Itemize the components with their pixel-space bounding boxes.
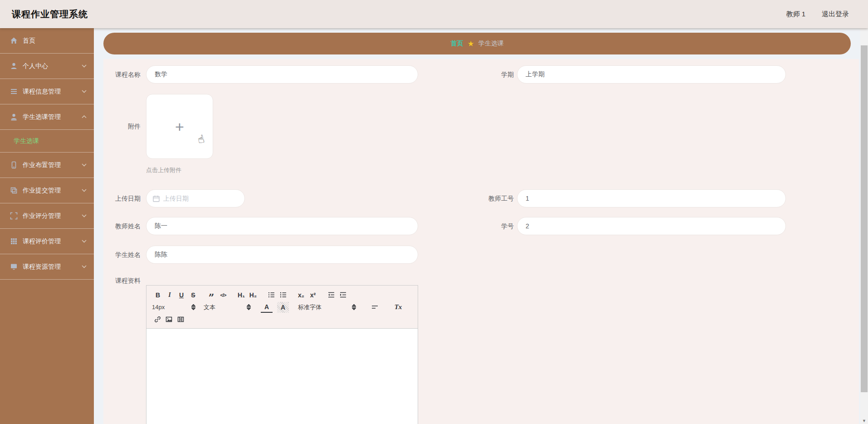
link-icon[interactable] (152, 314, 163, 325)
copy-icon (10, 187, 18, 194)
attachment-upload-box[interactable]: + ☝ (146, 94, 213, 159)
code-block-icon[interactable]: </> (217, 290, 229, 301)
sidebar-item-label: 个人中心 (23, 62, 48, 70)
font-family-picker[interactable]: 标准字体 (298, 302, 356, 313)
video-icon[interactable] (175, 314, 186, 325)
teacher-id-label: 教师工号 (444, 189, 514, 207)
page-scrollbar[interactable]: ▼ (860, 28, 868, 424)
student-name-input[interactable] (146, 246, 418, 263)
paragraph-style-picker[interactable]: 文本 (204, 302, 251, 313)
sidebar-item-home[interactable]: 首页 (0, 28, 94, 54)
hand-cursor-icon: ☝ (197, 133, 206, 146)
current-user-link[interactable]: 教师 1 (786, 10, 805, 19)
sidebar-item-label: 课程信息管理 (23, 88, 61, 96)
attachment-label: 附件 (103, 117, 141, 135)
teacher-id-input[interactable] (517, 190, 785, 207)
breadcrumb-current: 学生选课 (478, 39, 504, 48)
sidebar-item-label: 学生选课管理 (23, 113, 61, 121)
underline-button[interactable]: U (176, 290, 187, 301)
home-icon (10, 37, 18, 44)
ordered-list-icon[interactable] (265, 290, 277, 301)
image-icon[interactable] (163, 314, 175, 325)
indent-icon[interactable] (337, 290, 349, 301)
student-icon (10, 113, 18, 121)
sidebar-item-homework-submit[interactable]: 作业提交管理 (0, 178, 94, 203)
sidebar-item-label: 首页 (23, 37, 35, 45)
clear-format-button[interactable]: Tx (392, 302, 404, 313)
sidebar-item-label: 作业布置管理 (23, 161, 61, 169)
chevron-down-icon (82, 265, 87, 268)
phone-icon (10, 161, 18, 169)
chevron-down-icon (82, 189, 87, 192)
strikethrough-button[interactable]: S (187, 290, 199, 301)
teacher-name-input[interactable] (146, 217, 418, 235)
sidebar-item-label: 课程评价管理 (23, 237, 61, 246)
chevron-down-icon (82, 214, 87, 217)
outdent-icon[interactable] (325, 290, 337, 301)
italic-button[interactable]: I (164, 290, 176, 301)
semester-label: 学期 (444, 65, 514, 84)
course-name-label: 课程名称 (103, 65, 141, 84)
editor-content-area[interactable] (146, 329, 418, 424)
course-material-label: 课程资料 (103, 276, 141, 285)
font-size-picker[interactable]: 14px (152, 302, 195, 313)
sidebar-item-student-course-mgmt[interactable]: 学生选课管理 (0, 104, 94, 130)
bullet-list-icon[interactable] (277, 290, 289, 301)
bold-button[interactable]: B (152, 290, 164, 301)
teacher-name-label: 教师姓名 (103, 217, 141, 235)
crop-icon (10, 212, 18, 220)
sidebar-subitem-label: 学生选课 (14, 137, 39, 145)
blockquote-icon[interactable]: ” (205, 290, 217, 301)
chevron-down-icon (82, 64, 87, 68)
scrollbar-down-arrow[interactable]: ▼ (860, 419, 868, 423)
sidebar-item-personal-center[interactable]: 个人中心 (0, 54, 94, 79)
sidebar-item-homework-score[interactable]: 作业评分管理 (0, 203, 94, 229)
superscript-button[interactable]: x² (307, 290, 319, 301)
star-icon: ★ (467, 39, 474, 49)
breadcrumb-home-link[interactable]: 首页 (450, 39, 463, 48)
background-color-button[interactable]: A (277, 302, 289, 313)
list-icon (10, 88, 18, 95)
chevron-down-icon (82, 240, 87, 243)
logout-link[interactable]: 退出登录 (822, 10, 849, 19)
student-id-label: 学号 (444, 217, 514, 235)
updown-arrows-icon (247, 304, 251, 310)
chevron-up-icon (82, 115, 87, 118)
sidebar-item-course-resource[interactable]: 课程资源管理 (0, 254, 94, 280)
align-icon[interactable] (369, 302, 380, 313)
user-icon (10, 62, 18, 70)
sidebar-item-course-info[interactable]: 课程信息管理 (0, 79, 94, 104)
chevron-down-icon (82, 90, 87, 93)
chevron-down-icon (82, 163, 87, 167)
student-id-input[interactable] (517, 217, 785, 235)
heading1-button[interactable]: H₁ (235, 290, 247, 301)
sidebar-item-course-evaluation[interactable]: 课程评价管理 (0, 229, 94, 254)
scrollbar-thumb[interactable] (861, 45, 868, 392)
monitor-icon (10, 263, 18, 271)
sidebar-item-label: 作业提交管理 (23, 187, 61, 195)
form-panel: 课程名称 学期 附件 + ☝ 点击上传附件 上传日期 教师工号 教师姓名 学号 … (103, 59, 859, 424)
font-color-button[interactable]: A (261, 302, 273, 313)
upload-date-input[interactable] (160, 190, 244, 207)
student-name-label: 学生姓名 (103, 246, 141, 264)
sidebar-item-homework-assign[interactable]: 作业布置管理 (0, 153, 94, 178)
upload-hint-text: 点击上传附件 (146, 166, 181, 174)
sidebar-item-label: 作业评分管理 (23, 212, 61, 220)
sidebar: 首页 个人中心 课程信息管理 学生选课管理 学生选课 作业布置管理 作业提交管理 (0, 28, 94, 424)
breadcrumb: 首页 ★ 学生选课 (103, 33, 851, 54)
course-name-input[interactable] (146, 66, 418, 83)
grid-icon (10, 237, 18, 245)
rich-text-editor: B I U S ” </> H₁ H₂ x₂ x² (146, 285, 418, 424)
app-header: 课程作业管理系统 教师 1 退出登录 (0, 0, 868, 28)
semester-input[interactable] (517, 66, 785, 83)
updown-arrows-icon (191, 304, 195, 310)
plus-icon: + (175, 119, 184, 134)
subscript-button[interactable]: x₂ (295, 290, 307, 301)
heading2-button[interactable]: H₂ (247, 290, 259, 301)
updown-arrows-icon (352, 304, 356, 310)
calendar-icon (153, 195, 160, 202)
sidebar-item-label: 课程资源管理 (23, 263, 61, 271)
sidebar-subitem-student-course[interactable]: 学生选课 (0, 130, 94, 153)
upload-date-label: 上传日期 (103, 189, 141, 207)
app-title: 课程作业管理系统 (12, 8, 88, 20)
